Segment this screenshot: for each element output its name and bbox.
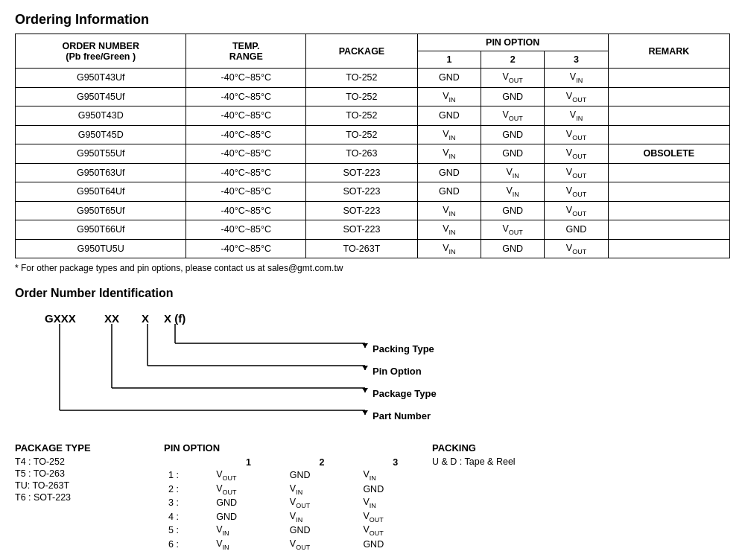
pin-option-title: PIN OPTION — [164, 442, 432, 454]
pin-option-p3: VIN — [358, 496, 432, 510]
pin-option-p2: VIN — [285, 483, 359, 497]
pin3-cell: VOUT — [545, 144, 608, 164]
col-pin1: 1 — [417, 51, 481, 69]
pin1-cell: VIN — [417, 87, 481, 106]
package-cell: TO-263 — [306, 144, 418, 164]
pin-option-row: 5 :VINGNDVOUT — [164, 524, 432, 538]
pin-option-num: 1 : — [164, 468, 212, 483]
col-remark: REMARK — [608, 34, 729, 69]
package-cell: TO-263T — [306, 239, 418, 258]
packing-col: PACKING U & D : Tape & Reel — [432, 442, 596, 556]
pkg-type-item: T4 : TO-252 — [15, 456, 164, 467]
pin3-cell: VOUT — [545, 239, 608, 258]
remark-cell — [608, 106, 729, 126]
temp-range-cell: -40°C~85°C — [186, 69, 306, 88]
package-cell: TO-252 — [306, 69, 418, 88]
col-pin-option: PIN OPTION — [417, 34, 608, 51]
package-cell: SOT-223 — [306, 163, 418, 182]
pin3-cell: VOUT — [545, 163, 608, 182]
pin3-cell: VOUT — [545, 201, 608, 220]
remark-cell — [608, 69, 729, 88]
temp-range-cell: -40°C~85°C — [186, 220, 306, 240]
pin2-cell: VIN — [481, 182, 545, 202]
temp-range-cell: -40°C~85°C — [186, 106, 306, 126]
remark-cell — [608, 87, 729, 106]
order-number-cell: G950T65Uf — [16, 201, 186, 220]
table-row: G950T43D-40°C~85°CTO-252GNDVOUTVIN — [16, 106, 730, 126]
remark-cell — [608, 182, 729, 202]
pin3-cell: VIN — [545, 106, 608, 126]
pkg-type-item: T6 : SOT-223 — [15, 492, 164, 503]
remark-cell — [608, 125, 729, 144]
order-id-svg: GXXX XX X X (f) Packing Type Pin Option … — [37, 306, 559, 433]
package-cell: TO-252 — [306, 87, 418, 106]
pin2-cell: VIN — [481, 163, 545, 182]
package-cell: SOT-223 — [306, 220, 418, 240]
pin2-cell: VOUT — [481, 69, 545, 88]
svg-text:XX: XX — [104, 312, 119, 325]
pin1-cell: VIN — [417, 220, 481, 240]
pin-option-p1: VIN — [212, 538, 285, 552]
pin1-cell: GND — [417, 163, 481, 182]
col-package: PACKAGE — [306, 34, 418, 69]
packing-item: U & D : Tape & Reel — [432, 456, 596, 467]
pin3-cell: GND — [545, 220, 608, 240]
pin2-cell: VOUT — [481, 106, 545, 126]
pin-option-p3: VIN — [358, 468, 432, 483]
table-row: G950T43Uf-40°C~85°CTO-252GNDVOUTVIN — [16, 69, 730, 88]
svg-marker-17 — [362, 388, 368, 392]
table-row: G950T65Uf-40°C~85°CSOT-223VINGNDVOUT — [16, 201, 730, 220]
temp-range-cell: -40°C~85°C — [186, 163, 306, 182]
remark-cell — [608, 239, 729, 258]
pin-option-p1: VIN — [212, 524, 285, 538]
package-cell: TO-252 — [306, 106, 418, 126]
table-row: G950T66Uf-40°C~85°CSOT-223VINVOUTGND — [16, 220, 730, 240]
pin1-cell: VIN — [417, 125, 481, 144]
temp-range-cell: -40°C~85°C — [186, 201, 306, 220]
package-cell: SOT-223 — [306, 201, 418, 220]
pin-option-p1: VOUT — [212, 483, 285, 497]
pin1-cell: VIN — [417, 144, 481, 164]
pin-option-row: 3 :GNDVOUTVIN — [164, 496, 432, 510]
bottom-section: PACKAGE TYPE T4 : TO-252T5 : TO-263TU: T… — [15, 442, 730, 556]
svg-text:GXXX: GXXX — [45, 312, 76, 325]
temp-range-cell: -40°C~85°C — [186, 144, 306, 164]
pin-option-p1: VOUT — [212, 468, 285, 483]
col-order-sub: (Pb free/Green ) — [66, 51, 136, 62]
pin-option-num: 6 : — [164, 538, 212, 552]
table-row: G950T55Uf-40°C~85°CTO-263VINGNDVOUTOBSOL… — [16, 144, 730, 164]
col-pin3: 3 — [545, 51, 608, 69]
pin-option-p2: VOUT — [285, 496, 359, 510]
packing-title: PACKING — [432, 442, 596, 454]
pin2-cell: GND — [481, 125, 545, 144]
svg-marker-12 — [362, 366, 368, 370]
temp-range-cell: -40°C~85°C — [186, 239, 306, 258]
pin-option-p3: GND — [358, 483, 432, 497]
order-number-cell: G950TU5U — [16, 239, 186, 258]
pin2-cell: GND — [481, 144, 545, 164]
pin-option-p1: GND — [212, 496, 285, 510]
pin-option-row: 1 :VOUTGNDVIN — [164, 468, 432, 483]
pin-option-row: 4 :GNDVINVOUT — [164, 510, 432, 524]
pin-option-p2: GND — [285, 468, 359, 483]
pin3-cell: VOUT — [545, 125, 608, 144]
table-row: G950T45Uf-40°C~85°CTO-252VINGNDVOUT — [16, 87, 730, 106]
pin1-cell: GND — [417, 106, 481, 126]
remark-cell — [608, 220, 729, 240]
remark-cell — [608, 201, 729, 220]
svg-text:Pin Option: Pin Option — [372, 366, 422, 377]
pin2-cell: GND — [481, 239, 545, 258]
order-number-cell: G950T66Uf — [16, 220, 186, 240]
order-number-cell: G950T43D — [16, 106, 186, 126]
pin-option-col: PIN OPTION 1 2 3 1 :VOUTGNDVIN2 :VOUTVIN… — [164, 442, 432, 556]
temp-range-cell: -40°C~85°C — [186, 125, 306, 144]
pin3-cell: VIN — [545, 69, 608, 88]
svg-text:Part Number: Part Number — [372, 410, 431, 421]
table-row: G950T63Uf-40°C~85°CSOT-223GNDVINVOUT — [16, 163, 730, 182]
col-order-number: ORDER NUMBER(Pb free/Green ) — [16, 34, 186, 69]
order-number-cell: G950T45D — [16, 125, 186, 144]
pin3-cell: VOUT — [545, 182, 608, 202]
col-temp-range: TEMP.RANGE — [186, 34, 306, 69]
pin1-cell: GND — [417, 69, 481, 88]
pin1-cell: GND — [417, 182, 481, 202]
